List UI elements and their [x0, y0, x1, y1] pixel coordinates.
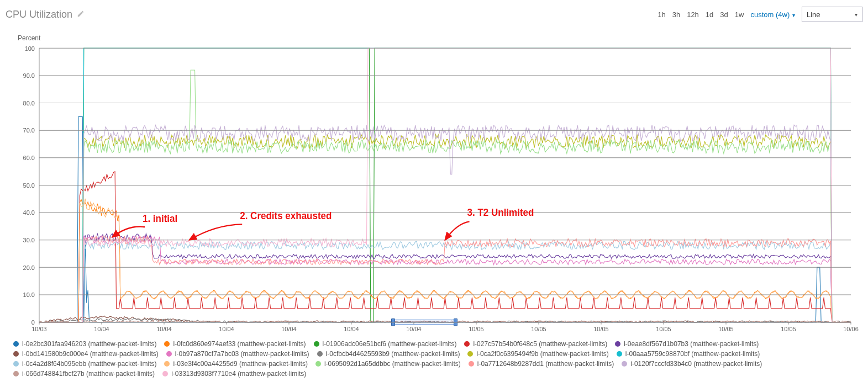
legend-label: i-0120f7cccfd33b4c0 (matthew-packet-limi…	[630, 360, 762, 368]
legend-item-i-0ca2f0c6395494f9b[interactable]: i-0ca2f0c6395494f9b (matthew-packet-limi…	[467, 350, 608, 358]
legend-swatch	[314, 341, 319, 347]
annotation-2: 2. Credits exhausted	[240, 210, 383, 222]
legend: i-0e2bc301faa946203 (matthew-packet-limi…	[6, 337, 862, 379]
legend-label: i-0bd141580b9c000e4 (matthew-packet-limi…	[22, 350, 159, 358]
svg-text:10/05: 10/05	[593, 326, 608, 332]
range-3h[interactable]: 3h	[672, 10, 680, 19]
series-i-0b97a870cf7a7bc03[interactable]	[39, 236, 851, 322]
svg-text:10/04: 10/04	[344, 326, 359, 332]
pencil-icon[interactable]	[77, 10, 85, 19]
legend-label: i-027c57b54b0f648c5 (matthew-packet-limi…	[473, 340, 607, 348]
svg-text:10/05: 10/05	[718, 326, 733, 332]
legend-item-i-01906adc06e51bcf6[interactable]: i-01906adc06e51bcf6 (matthew-packet-limi…	[314, 340, 457, 348]
svg-text:10/04: 10/04	[406, 326, 421, 332]
svg-text:10/04: 10/04	[281, 326, 296, 332]
range-1w[interactable]: 1w	[735, 10, 744, 19]
range-12h[interactable]: 12h	[687, 10, 699, 19]
svg-text:100: 100	[25, 45, 35, 52]
legend-item-i-0c4a2d8f64b095ebb[interactable]: i-0c4a2d8f64b095ebb (matthew-packet-limi…	[13, 360, 156, 368]
svg-text:10.0: 10.0	[23, 291, 35, 298]
legend-item-i-027c57b54b0f648c5[interactable]: i-027c57b54b0f648c5 (matthew-packet-limi…	[464, 340, 607, 348]
legend-label: i-0cfbcb4d4625593b9 (matthew-packet-limi…	[326, 350, 460, 358]
legend-item-i-0a7712648b9287dd1[interactable]: i-0a7712648b9287dd1 (matthew-packet-limi…	[469, 360, 614, 368]
legend-label: i-0e2bc301faa946203 (matthew-packet-limi…	[22, 340, 156, 348]
svg-text:10/05: 10/05	[469, 326, 483, 332]
chart-plot-area[interactable]: 010.020.030.040.050.060.070.080.090.0100…	[9, 45, 859, 337]
legend-label: i-0fc0d860e974aef33 (matthew-packet-limi…	[173, 340, 306, 348]
svg-text:10/06: 10/06	[843, 326, 858, 332]
legend-item-i-066d748841fbcf27b[interactable]: i-066d748841fbcf27b (matthew-packet-limi…	[13, 370, 155, 378]
svg-text:80.0: 80.0	[23, 99, 35, 106]
legend-swatch	[315, 361, 321, 367]
legend-label: i-0eae8df567d1b07b3 (matthew-packet-limi…	[624, 340, 759, 348]
series-i-0c4a2d8f64b095ebb[interactable]	[39, 241, 851, 322]
legend-swatch	[162, 371, 168, 376]
svg-text:30.0: 30.0	[23, 237, 35, 243]
legend-item-i-0695092d1a65ddbbc[interactable]: i-0695092d1a65ddbbc (matthew-packet-limi…	[315, 360, 461, 368]
legend-label: i-0695092d1a65ddbbc (matthew-packet-limi…	[324, 360, 461, 368]
range-1d[interactable]: 1d	[706, 10, 713, 19]
legend-item-i-0fc0d860e974aef33[interactable]: i-0fc0d860e974aef33 (matthew-packet-limi…	[164, 340, 306, 348]
chart-type-select[interactable]: Line ▾	[802, 7, 862, 22]
legend-swatch	[166, 351, 172, 357]
chart-title: CPU Utilization	[6, 9, 72, 20]
svg-text:10/04: 10/04	[156, 326, 171, 332]
svg-text:0: 0	[31, 319, 35, 326]
legend-swatch	[469, 361, 474, 367]
range-3d[interactable]: 3d	[720, 10, 728, 19]
legend-label: i-03e3f4c00a44255d9 (matthew-packet-limi…	[173, 360, 307, 368]
legend-swatch	[13, 371, 19, 376]
svg-text:10/05: 10/05	[781, 326, 796, 332]
legend-label: i-00aaa5759c98870bf (matthew-packet-limi…	[625, 350, 760, 358]
legend-label: i-01906adc06e51bcf6 (matthew-packet-limi…	[323, 340, 457, 348]
legend-item-i-0eae8df567d1b07b3[interactable]: i-0eae8df567d1b07b3 (matthew-packet-limi…	[615, 340, 759, 348]
legend-swatch	[467, 351, 473, 357]
legend-item-i-0b97a870cf7a7bc03[interactable]: i-0b97a870cf7a7bc03 (matthew-packet-limi…	[166, 350, 309, 358]
legend-swatch	[317, 351, 323, 357]
svg-text:10/05: 10/05	[656, 326, 671, 332]
series-i-0a7712648b9287dd1[interactable]	[39, 236, 851, 322]
legend-label: i-0b97a870cf7a7bc03 (matthew-packet-limi…	[175, 350, 309, 358]
legend-item-i-03313d9303f7710e4[interactable]: i-03313d9303f7710e4 (matthew-packet-limi…	[162, 370, 306, 378]
svg-text:90.0: 90.0	[23, 72, 35, 79]
legend-item-i-00aaa5759c98870bf[interactable]: i-00aaa5759c98870bf (matthew-packet-limi…	[617, 350, 760, 358]
chart-header: CPU Utilization 1h 3h 12h 1d 3d 1w custo…	[6, 4, 862, 24]
svg-text:10/05: 10/05	[531, 326, 546, 332]
legend-swatch	[164, 341, 170, 347]
svg-text:40.0: 40.0	[23, 209, 35, 216]
svg-text:20.0: 20.0	[23, 264, 35, 270]
range-custom[interactable]: custom (4w) ▾	[750, 10, 795, 19]
legend-swatch	[615, 341, 620, 347]
y-axis-label: Percent	[18, 34, 862, 42]
legend-swatch	[617, 351, 622, 357]
legend-swatch	[13, 361, 19, 367]
svg-text:10/04: 10/04	[94, 326, 109, 332]
legend-label: i-0c4a2d8f64b095ebb (matthew-packet-limi…	[22, 360, 156, 368]
legend-item-i-0e2bc301faa946203[interactable]: i-0e2bc301faa946203 (matthew-packet-limi…	[13, 340, 156, 348]
legend-label: i-0ca2f0c6395494f9b (matthew-packet-limi…	[476, 350, 608, 358]
range-1h[interactable]: 1h	[657, 10, 665, 19]
time-range-picker: 1h 3h 12h 1d 3d 1w custom (4w) ▾	[657, 10, 795, 19]
svg-text:10/03: 10/03	[31, 326, 46, 332]
legend-item-i-0120f7cccfd33b4c0[interactable]: i-0120f7cccfd33b4c0 (matthew-packet-limi…	[622, 360, 762, 368]
chart-type-label: Line	[807, 10, 820, 19]
legend-swatch	[622, 361, 627, 367]
legend-swatch	[13, 351, 19, 357]
svg-text:70.0: 70.0	[23, 127, 35, 134]
legend-swatch	[164, 361, 170, 367]
annotation-3: 3. T2 Unlimited	[467, 208, 611, 219]
legend-label: i-0a7712648b9287dd1 (matthew-packet-limi…	[477, 360, 614, 368]
legend-item-i-03e3f4c00a44255d9[interactable]: i-03e3f4c00a44255d9 (matthew-packet-limi…	[164, 360, 307, 368]
series-i-0695092d1a65ddbbc[interactable]	[39, 70, 851, 322]
legend-item-i-0bd141580b9c000e4[interactable]: i-0bd141580b9c000e4 (matthew-packet-limi…	[13, 350, 159, 358]
legend-swatch	[13, 341, 19, 347]
svg-text:50.0: 50.0	[23, 182, 35, 188]
legend-item-i-0cfbcb4d4625593b9[interactable]: i-0cfbcb4d4625593b9 (matthew-packet-limi…	[317, 350, 460, 358]
legend-label: i-03313d9303f7710e4 (matthew-packet-limi…	[171, 370, 306, 378]
legend-label: i-066d748841fbcf27b (matthew-packet-limi…	[22, 370, 155, 378]
legend-swatch	[464, 341, 470, 347]
svg-text:60.0: 60.0	[23, 155, 35, 161]
chevron-down-icon: ▾	[855, 12, 858, 18]
svg-text:10/04: 10/04	[219, 326, 234, 332]
